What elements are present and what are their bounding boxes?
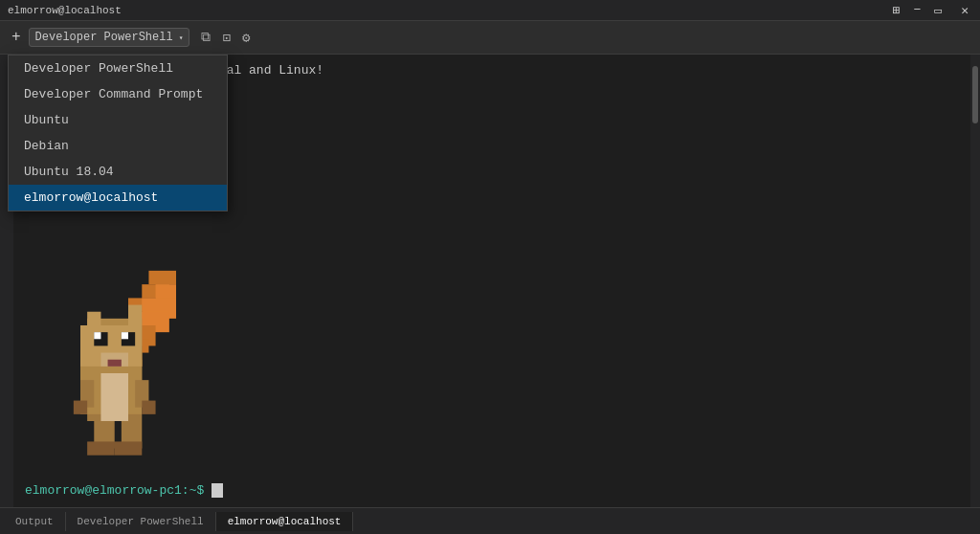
maximize-button[interactable]: ▭ bbox=[930, 3, 946, 18]
copy-icon[interactable]: ⧉ bbox=[197, 28, 214, 47]
svg-rect-2 bbox=[148, 271, 176, 284]
svg-rect-17 bbox=[122, 332, 128, 339]
dropdown-item-powershell[interactable]: Developer PowerShell bbox=[9, 56, 227, 81]
terminal-selector[interactable]: Developer PowerShell ▾ bbox=[29, 28, 190, 47]
svg-rect-20 bbox=[87, 312, 100, 325]
dropdown-item-elmorrow[interactable]: elmorrow@localhost bbox=[9, 185, 227, 211]
terminal-toolbar: + Developer PowerShell ▾ ⧉ ⊡ ⚙ Developer… bbox=[0, 21, 980, 55]
settings-icon[interactable]: ⚙ bbox=[238, 28, 254, 48]
svg-rect-22 bbox=[100, 373, 128, 421]
terminal-prompt-area: elmorrow@elmorrow-pc1:~$ bbox=[25, 482, 223, 500]
toolbar-icons: ⧉ ⊡ ⚙ bbox=[197, 28, 254, 48]
svg-line-31 bbox=[33, 268, 100, 271]
terminal-prompt: elmorrow@elmorrow-pc1:~$ bbox=[25, 483, 212, 498]
close-button[interactable]: ✕ bbox=[957, 3, 972, 18]
dropdown-item-cmd[interactable]: Developer Command Prompt bbox=[9, 81, 227, 107]
terminal-dropdown-menu: Developer PowerShell Developer Command P… bbox=[8, 55, 228, 211]
window-controls[interactable]: ⊞ − ▭ ✕ bbox=[889, 3, 972, 18]
scrollbar-thumb[interactable] bbox=[972, 66, 978, 123]
scrollbar[interactable] bbox=[970, 55, 980, 507]
terminal-cursor bbox=[212, 483, 223, 498]
dropdown-arrow-icon: ▾ bbox=[179, 33, 184, 42]
tab-elmorrow-localhost[interactable]: elmorrow@localhost bbox=[216, 512, 354, 531]
minimize-button[interactable]: − bbox=[910, 3, 925, 17]
paste-icon[interactable]: ⊡ bbox=[218, 28, 234, 48]
tab-developer-powershell[interactable]: Developer PowerShell bbox=[66, 512, 216, 531]
title-bar: elmorrow@localhost ⊞ − ▭ ✕ bbox=[0, 0, 980, 21]
dropdown-item-ubuntu[interactable]: Ubuntu bbox=[9, 107, 227, 133]
svg-rect-26 bbox=[142, 401, 155, 414]
svg-rect-25 bbox=[74, 401, 87, 414]
dropdown-item-ubuntu1804[interactable]: Ubuntu 18.04 bbox=[9, 159, 227, 185]
add-terminal-button[interactable]: + bbox=[8, 27, 25, 48]
squirrel-image bbox=[33, 268, 224, 478]
svg-rect-29 bbox=[87, 441, 115, 455]
svg-rect-30 bbox=[115, 441, 143, 455]
bottom-tab-bar: Output Developer PowerShell elmorrow@loc… bbox=[0, 507, 980, 534]
dropdown-item-debian[interactable]: Debian bbox=[9, 133, 227, 159]
svg-rect-15 bbox=[94, 332, 100, 339]
pin-button[interactable]: ⊞ bbox=[889, 3, 904, 18]
svg-rect-21 bbox=[128, 305, 142, 325]
window-title: elmorrow@localhost bbox=[8, 5, 122, 16]
tab-output[interactable]: Output bbox=[4, 512, 66, 531]
svg-rect-19 bbox=[108, 360, 122, 367]
terminal-selector-label: Developer PowerShell bbox=[35, 31, 173, 44]
